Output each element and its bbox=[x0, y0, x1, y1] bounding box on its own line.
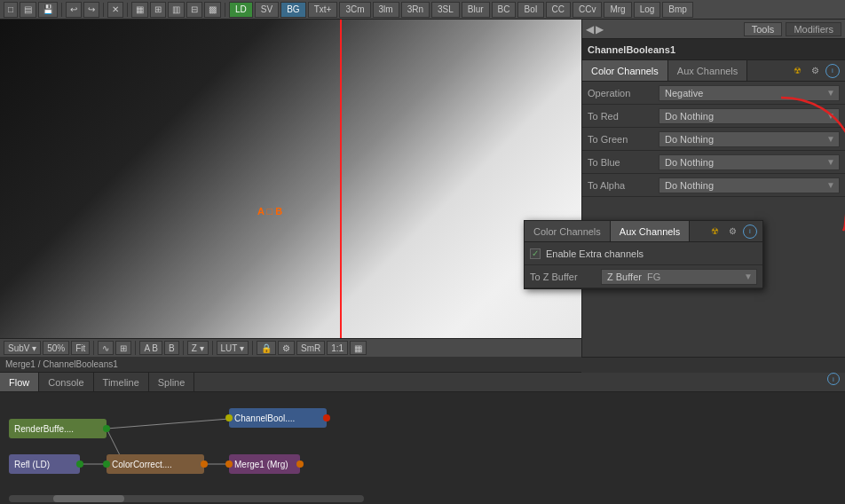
flow-scrollbar-thumb[interactable] bbox=[53, 495, 124, 502]
toalpha-value[interactable]: Do Nothing ▼ bbox=[659, 177, 840, 193]
toblue-dropdown-arrow: ▼ bbox=[826, 157, 835, 167]
node-renderbuffer[interactable]: RenderBuffe.... bbox=[9, 419, 107, 438]
togreen-value[interactable]: Do Nothing ▼ bbox=[659, 131, 840, 147]
panel-tabs: Color Channels Aux Channels ☢ ⚙ i bbox=[582, 60, 845, 82]
tab-3cm[interactable]: 3Cm bbox=[339, 2, 370, 18]
grid3-btn[interactable]: ▥ bbox=[168, 2, 185, 18]
info-icon[interactable]: i bbox=[825, 64, 840, 78]
undo-btn[interactable]: ↩ bbox=[66, 2, 82, 18]
tab-3lm[interactable]: 3lm bbox=[373, 2, 399, 18]
toblue-value[interactable]: Do Nothing ▼ bbox=[659, 154, 840, 170]
viewport-canvas[interactable]: A □ B bbox=[0, 20, 581, 339]
tab-ld[interactable]: LD bbox=[229, 2, 253, 18]
cut-btn[interactable]: ✕ bbox=[107, 2, 123, 18]
tools-tab[interactable]: Tools bbox=[744, 22, 783, 36]
flow-info-icon[interactable]: i bbox=[827, 373, 840, 385]
open-btn[interactable]: ▤ bbox=[20, 2, 36, 18]
bt-sep5 bbox=[252, 341, 253, 355]
tab-boi[interactable]: BoI bbox=[517, 2, 543, 18]
panel-right-arrow[interactable]: ▶ bbox=[596, 23, 604, 35]
grid4-btn[interactable]: ⊟ bbox=[186, 2, 202, 18]
tab-log[interactable]: Log bbox=[634, 2, 661, 18]
refl-label: Refl (LD) bbox=[14, 460, 50, 469]
flow-area: Flow Console Timeline Spline i RenderBuf… bbox=[0, 373, 845, 504]
ab-marker: A □ B bbox=[257, 206, 282, 217]
toblue-label: To Blue bbox=[588, 157, 659, 168]
fit-btn[interactable]: Fit bbox=[71, 341, 90, 355]
tab-cc[interactable]: CC bbox=[546, 2, 571, 18]
flow-tab-flow[interactable]: Flow bbox=[0, 373, 39, 391]
grid2-btn[interactable]: ⊞ bbox=[150, 2, 166, 18]
sep3 bbox=[127, 3, 128, 17]
node-refl[interactable]: Refl (LD) bbox=[9, 454, 80, 474]
bottom-toolbar: SubV ▾ 50% Fit ∿ ⊞ A B B Z ▾ LUT ▾ 🔒 ⚙ S… bbox=[0, 338, 581, 358]
enable-extra-checkbox[interactable]: ✓ bbox=[530, 248, 541, 259]
grid6-btn[interactable]: ▦ bbox=[350, 341, 367, 355]
tab-bc[interactable]: BC bbox=[492, 2, 517, 18]
gear2-btn[interactable]: ⚙ bbox=[278, 341, 295, 355]
sep1 bbox=[61, 3, 62, 17]
wave-btn[interactable]: ∿ bbox=[98, 341, 114, 355]
tored-value[interactable]: Do Nothing ▼ bbox=[659, 108, 840, 124]
breadcrumb-bar: Merge1 / ChannelBooleans1 bbox=[0, 357, 581, 373]
node-merge[interactable]: Merge1 (Mrg) bbox=[229, 454, 300, 474]
colorcorrect-dot-left bbox=[103, 461, 110, 468]
aux-radiation-icon[interactable]: ☢ bbox=[707, 224, 722, 239]
aux-gear-icon[interactable]: ⚙ bbox=[725, 224, 739, 239]
node-channelbool[interactable]: ChannelBool.... bbox=[229, 408, 327, 428]
lock-btn[interactable]: 🔒 bbox=[257, 341, 276, 355]
flow-tab-spline[interactable]: Spline bbox=[149, 373, 195, 391]
operation-row: Operation Negative ▼ bbox=[582, 82, 845, 105]
gear-icon[interactable]: ⚙ bbox=[808, 64, 822, 78]
tab-3rn[interactable]: 3Rn bbox=[401, 2, 430, 18]
radiation-icon[interactable]: ☢ bbox=[790, 64, 804, 78]
tored-label: To Red bbox=[588, 111, 659, 122]
aux-info-icon[interactable]: i bbox=[743, 224, 757, 239]
tab-aux-channels[interactable]: Aux Channels bbox=[668, 60, 748, 81]
tab-mrg[interactable]: Mrg bbox=[604, 2, 631, 18]
ratio-btn[interactable]: 1:1 bbox=[327, 341, 348, 355]
tab-3sl[interactable]: 3SL bbox=[431, 2, 460, 18]
bt-sep1 bbox=[93, 341, 94, 355]
grid1-btn[interactable]: ▦ bbox=[131, 2, 148, 18]
flow-canvas[interactable]: RenderBuffe.... ChannelBool.... Refl (LD… bbox=[0, 392, 845, 504]
node-colorcorrect[interactable]: ColorCorrect.... bbox=[107, 454, 204, 474]
redo-btn[interactable]: ↪ bbox=[83, 2, 99, 18]
ab-btn[interactable]: A B bbox=[139, 341, 162, 355]
enable-extra-row: ✓ Enable Extra channels bbox=[525, 242, 762, 265]
tab-sv[interactable]: SV bbox=[255, 2, 279, 18]
smr-btn[interactable]: SmR bbox=[296, 341, 325, 355]
z-btn[interactable]: Z ▾ bbox=[187, 341, 209, 355]
tab-bg[interactable]: BG bbox=[280, 2, 305, 18]
tab-ccv[interactable]: CCv bbox=[573, 2, 602, 18]
aux-tab-color-channels[interactable]: Color Channels bbox=[525, 221, 611, 241]
flow-tab-console[interactable]: Console bbox=[39, 373, 93, 391]
operation-value[interactable]: Negative ▼ bbox=[659, 85, 840, 101]
aux-tab-aux-channels[interactable]: Aux Channels bbox=[611, 221, 691, 241]
flow-tab-timeline[interactable]: Timeline bbox=[94, 373, 149, 391]
tab-txt[interactable]: Txt+ bbox=[308, 2, 338, 18]
flow-scrollbar[interactable] bbox=[9, 495, 364, 502]
save-btn[interactable]: 💾 bbox=[38, 2, 58, 18]
togreen-row: To Green Do Nothing ▼ bbox=[582, 128, 845, 151]
new-btn[interactable]: □ bbox=[4, 2, 18, 18]
toalpha-dropdown-arrow: ▼ bbox=[826, 180, 835, 190]
b-btn[interactable]: B bbox=[164, 341, 179, 355]
zoom-btn[interactable]: 50% bbox=[43, 341, 69, 355]
subv-btn[interactable]: SubV ▾ bbox=[4, 341, 41, 355]
lut-btn[interactable]: LUT ▾ bbox=[217, 341, 249, 355]
svg-line-1 bbox=[107, 419, 229, 429]
grid5-btn[interactable]: ▩ bbox=[204, 2, 221, 18]
tozbuffer-value[interactable]: Z Buffer FG ▼ bbox=[601, 269, 757, 285]
tab-color-channels[interactable]: Color Channels bbox=[582, 60, 668, 81]
settings-btn[interactable]: ⊞ bbox=[115, 341, 131, 355]
tab-blur[interactable]: Blur bbox=[462, 2, 490, 18]
tab-bmp[interactable]: Bmp bbox=[662, 2, 693, 18]
panel-left-arrow[interactable]: ◀ bbox=[586, 23, 594, 35]
toalpha-label: To Alpha bbox=[588, 180, 659, 191]
operation-dropdown-arrow: ▼ bbox=[826, 88, 835, 98]
panel-tab-icons: ☢ ⚙ i bbox=[785, 60, 845, 81]
operation-label: Operation bbox=[588, 88, 659, 98]
right-panel-bottom bbox=[581, 357, 845, 373]
modifiers-tab[interactable]: Modifiers bbox=[786, 22, 841, 36]
